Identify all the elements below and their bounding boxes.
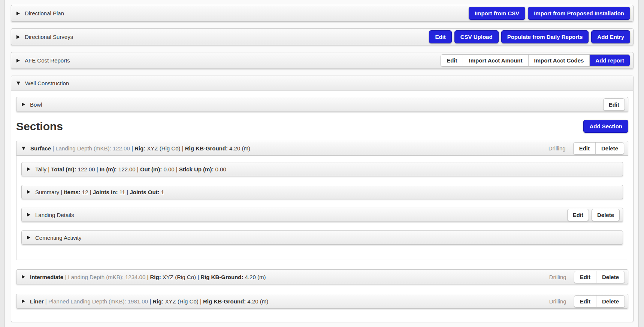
- separator: |: [90, 189, 91, 195]
- rig-kb-ground-label: Rig KB-Ground:: [203, 298, 246, 305]
- triangle-right-icon: [22, 103, 25, 106]
- joints-in-value: 11: [120, 189, 126, 195]
- surface-edit-button[interactable]: Edit: [574, 143, 596, 154]
- section-surface-header[interactable]: Surface | Landing Depth (mKB): 122.00 | …: [16, 141, 628, 156]
- import-acct-amount-button[interactable]: Import Acct Amount: [463, 55, 528, 66]
- surface-delete-button[interactable]: Delete: [596, 143, 624, 154]
- separator: |: [200, 298, 202, 305]
- liner-button-group: Edit Delete: [574, 295, 625, 308]
- accordion-tally[interactable]: Tally | Total (m): 122.00 | In (m): 122.…: [21, 162, 623, 176]
- landing-details-delete-button[interactable]: Delete: [592, 209, 620, 221]
- stick-up-value: 0.00: [215, 166, 226, 172]
- accordion-bowl[interactable]: Bowl Edit: [16, 97, 628, 112]
- triangle-down-icon: [16, 82, 20, 85]
- in-label: In (m):: [100, 166, 117, 172]
- section-landing-depth: | Planned Landing Depth (mKB): 1981.00: [45, 298, 148, 305]
- separator: |: [176, 166, 178, 172]
- section-liner-title: Liner | Planned Landing Depth (mKB): 198…: [30, 298, 268, 305]
- directional-plan-actions: Import from CSV Import from Proposed Ins…: [469, 7, 630, 20]
- section-liner-header[interactable]: Liner | Planned Landing Depth (mKB): 198…: [16, 294, 628, 309]
- edit-button[interactable]: Edit: [429, 30, 451, 43]
- accordion-label: AFE Cost Reports: [25, 57, 70, 64]
- section-surface-title: Surface | Landing Depth (mKB): 122.00 | …: [30, 145, 250, 152]
- accordion-summary[interactable]: Summary | Items: 12 | Joints In: 11 | Jo…: [21, 185, 623, 199]
- out-label: Out (m):: [140, 166, 162, 172]
- afe-cost-reports-actions: Edit Import Acct Amount Import Acct Code…: [441, 54, 630, 67]
- well-construction-header[interactable]: Well Construction: [11, 76, 633, 91]
- import-from-proposed-installation-button[interactable]: Import from Proposed Installation: [528, 7, 630, 20]
- liner-delete-button[interactable]: Delete: [596, 296, 625, 307]
- rig-value: XYZ (Rig Co): [165, 298, 199, 305]
- triangle-right-icon: [27, 167, 30, 171]
- section-intermediate-header[interactable]: Intermediate | Landing Depth (mKB): 1234…: [16, 269, 628, 284]
- intermediate-button-group: Edit Delete: [574, 271, 625, 283]
- tally-title: Tally | Total (m): 122.00 | In (m): 122.…: [35, 166, 226, 172]
- total-label: Total (m):: [51, 166, 76, 172]
- joints-out-value: 1: [161, 189, 164, 195]
- cementing-activity-label: Cementing Activity: [35, 235, 81, 241]
- landing-details-edit-button[interactable]: Edit: [567, 209, 589, 221]
- landing-details-label: Landing Details: [35, 212, 74, 218]
- accordion-directional-surveys[interactable]: Directional Surveys Edit CSV Upload Popu…: [11, 28, 634, 45]
- sections-heading: Sections: [16, 120, 63, 133]
- rig-value: XYZ (Rig Co): [147, 145, 180, 152]
- triangle-right-icon: [27, 236, 30, 239]
- rig-label: Rig:: [152, 298, 163, 305]
- summary-title: Summary | Items: 12 | Joints In: 11 | Jo…: [35, 189, 164, 195]
- intermediate-delete-button[interactable]: Delete: [596, 271, 625, 283]
- out-value: 0.00: [163, 166, 174, 172]
- add-section-button[interactable]: Add Section: [583, 120, 628, 133]
- separator: |: [127, 189, 128, 195]
- separator: |: [182, 145, 184, 152]
- liner-status-badge: Drilling: [549, 298, 566, 305]
- accordion-label: Directional Plan: [25, 10, 64, 16]
- import-from-csv-button[interactable]: Import from CSV: [469, 7, 525, 20]
- add-report-button[interactable]: Add report: [590, 55, 630, 66]
- afe-button-group: Edit Import Acct Amount Import Acct Code…: [441, 54, 630, 67]
- bowl-edit-button[interactable]: Edit: [603, 98, 625, 111]
- bowl-label: Bowl: [30, 101, 42, 108]
- intermediate-status-badge: Drilling: [549, 274, 566, 280]
- liner-actions: Drilling Edit Delete: [549, 295, 625, 308]
- landing-details-actions: Edit Delete: [567, 209, 620, 221]
- separator: |: [149, 298, 151, 305]
- triangle-right-icon: [27, 213, 30, 217]
- rig-label: Rig:: [134, 145, 145, 152]
- main-content-panel: Directional Plan Import from CSV Import …: [4, 0, 639, 327]
- items-label: Items:: [64, 189, 80, 195]
- surface-button-group: Edit Delete: [573, 142, 624, 155]
- separator: |: [137, 166, 139, 172]
- section-name: Intermediate: [30, 274, 63, 280]
- accordion-landing-details[interactable]: Landing Details Edit Delete: [21, 208, 623, 222]
- rig-kb-ground-value: 4.20 (m): [245, 274, 266, 280]
- triangle-right-icon: [16, 59, 20, 62]
- populate-from-daily-reports-button[interactable]: Populate from Daily Reports: [501, 30, 589, 43]
- accordion-cementing-activity[interactable]: Cementing Activity: [21, 230, 623, 245]
- csv-upload-button[interactable]: CSV Upload: [454, 30, 499, 43]
- liner-edit-button[interactable]: Edit: [574, 296, 596, 307]
- section-surface-body: Tally | Total (m): 122.00 | In (m): 122.…: [16, 156, 628, 260]
- triangle-right-icon: [22, 275, 25, 279]
- stick-up-label: Stick Up (m):: [179, 166, 214, 172]
- section-landing-depth: | Landing Depth (mKB): 122.00: [52, 145, 130, 152]
- add-entry-button[interactable]: Add Entry: [591, 30, 630, 43]
- well-construction-label: Well Construction: [25, 80, 69, 86]
- intermediate-actions: Drilling Edit Delete: [549, 271, 625, 283]
- import-acct-codes-button[interactable]: Import Acct Codes: [529, 55, 590, 66]
- edit-button[interactable]: Edit: [441, 55, 463, 66]
- separator: |: [197, 274, 199, 280]
- surface-status-badge: Drilling: [548, 145, 566, 152]
- separator: |: [61, 189, 62, 195]
- rig-kb-ground-label: Rig KB-Ground:: [185, 145, 228, 152]
- joints-out-label: Joints Out:: [130, 189, 159, 195]
- accordion-directional-plan[interactable]: Directional Plan Import from CSV Import …: [11, 5, 634, 22]
- triangle-right-icon: [22, 299, 25, 303]
- intermediate-edit-button[interactable]: Edit: [574, 271, 596, 283]
- accordion-afe-cost-reports[interactable]: AFE Cost Reports Edit Import Acct Amount…: [11, 52, 634, 69]
- items-value: 12: [82, 189, 88, 195]
- separator: |: [97, 166, 98, 172]
- rig-kb-ground-label: Rig KB-Ground:: [200, 274, 243, 280]
- total-value: 122.00: [78, 166, 95, 172]
- joints-in-label: Joints In:: [93, 189, 118, 195]
- tally-label: Tally: [35, 166, 46, 172]
